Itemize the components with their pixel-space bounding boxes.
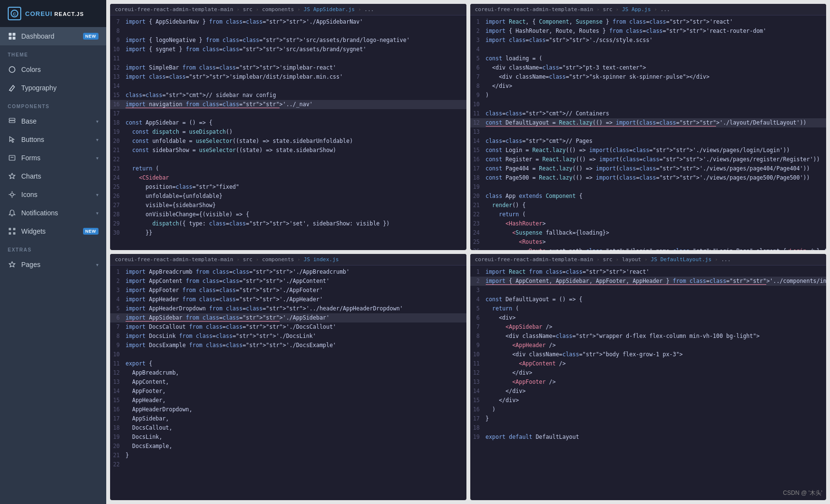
code-line: 21} — [110, 451, 466, 460]
code-line: 12 AppBreadcrumb, — [110, 368, 466, 378]
code-line: 22 — [110, 460, 466, 469]
svg-rect-2 — [9, 33, 12, 36]
line-number: 8 — [470, 82, 486, 90]
code-line: 5const loading = ( — [470, 54, 827, 63]
sidebar-item-base[interactable]: Base ▾ — [0, 112, 106, 130]
line-number: 18 — [470, 174, 486, 182]
sidebar-item-icons[interactable]: Icons ▾ — [0, 185, 106, 204]
line-code: import SimpleBar from class=class="str">… — [126, 64, 463, 72]
code-line: 2import { AppContent, AppSidebar, AppFoo… — [470, 277, 827, 286]
code-line: 5import AppHeaderDropdown from class=cla… — [110, 304, 466, 313]
sidebar-item-pages[interactable]: Pages ▾ — [0, 255, 106, 274]
sidebar-item-colors-label: Colors — [21, 66, 98, 73]
line-code: AppSidebar, — [126, 415, 463, 423]
line-number: 3 — [470, 36, 486, 44]
code-line: 15 AppHeader, — [110, 396, 466, 405]
sidebar-item-widgets[interactable]: Widgets NEW — [0, 222, 106, 240]
line-code: export default DefaultLayout — [486, 433, 823, 441]
line-number: 19 — [110, 128, 126, 136]
code-line: 18 — [470, 423, 827, 433]
code-line: 18const Page500 = React.lazy(() => impor… — [470, 173, 827, 182]
line-code: <div className=class="str">"pt-3 text-ce… — [486, 64, 823, 72]
code-panel-bottom-right: coreui-free-react-admin-template-main › … — [470, 254, 827, 500]
line-code: <AppHeader /> — [486, 341, 823, 350]
line-code: DocsExample, — [126, 442, 463, 450]
line-code: <HashRouter> — [486, 220, 823, 228]
cursor-icon — [8, 135, 16, 144]
line-number: 2 — [470, 27, 486, 35]
code-line: 9) — [470, 91, 827, 100]
line-code: <CSidebar — [126, 174, 463, 182]
line-number: 20 — [470, 192, 486, 200]
code-panel-top-left: coreui-free-react-admin-template-main › … — [110, 4, 466, 250]
sidebar-item-colors[interactable]: Colors — [0, 60, 106, 79]
line-code — [126, 350, 463, 359]
sidebar-item-charts[interactable]: Charts — [0, 167, 106, 185]
bell-icon — [8, 209, 16, 217]
line-number: 24 — [110, 174, 126, 182]
code-body-tl: 7import { AppSidebarNav } from class=cla… — [110, 15, 466, 250]
line-number: 30 — [110, 229, 126, 237]
brand-logo: C — [8, 7, 21, 20]
code-panel-bottom-left-header: coreui-free-react-admin-template-main › … — [110, 254, 466, 266]
sidebar-item-typography[interactable]: Typography — [0, 79, 106, 97]
code-line: 10 <div className=class="str">"body flex… — [470, 350, 827, 359]
line-code: const dispatch = useDispatch() — [126, 128, 463, 136]
code-line: 3 — [470, 286, 827, 295]
sidebar-item-buttons[interactable]: Buttons ▾ — [0, 130, 106, 149]
section-theme-label: THEME — [0, 45, 106, 60]
line-code — [486, 183, 823, 191]
code-line: 19export default DefaultLayout — [470, 433, 827, 442]
sidebar-item-notifications-label: Notifications — [21, 209, 91, 217]
sidebar-item-dashboard-label: Dashboard — [21, 32, 78, 40]
line-number: 16 — [470, 406, 486, 414]
code-line: 19 DocsLink, — [110, 433, 466, 442]
line-code: import AppHeader from class=class="str">… — [126, 295, 463, 304]
line-number: 17 — [110, 110, 126, 118]
code-line: 13 AppContent, — [110, 378, 466, 387]
line-code: position=class="str">"fixed" — [126, 183, 463, 191]
sidebar-item-base-label: Base — [21, 117, 91, 125]
line-code: export { — [126, 360, 463, 368]
line-code — [126, 27, 463, 35]
brand-name: COREUI REACT.JS — [25, 10, 84, 17]
svg-rect-19 — [9, 232, 11, 235]
line-code: AppContent, — [126, 378, 463, 386]
line-code: visible={sidebarShow} — [126, 201, 463, 210]
line-code: const unfoldable = useSelector((state) =… — [126, 137, 463, 145]
main-content: coreui-free-react-admin-template-main › … — [106, 0, 830, 504]
line-code: dispatch({ type: class=class="str">"str"… — [126, 220, 463, 228]
line-number: 17 — [110, 415, 126, 423]
sidebar-item-notifications[interactable]: Notifications ▾ — [0, 204, 106, 222]
line-number: 15 — [110, 396, 126, 405]
line-code: const Page500 = React.lazy(() => import(… — [486, 174, 823, 182]
line-code: const AppSidebar = () => { — [126, 119, 463, 127]
code-panel-bottom-right-header: coreui-free-react-admin-template-main › … — [470, 254, 827, 266]
line-code: </div> — [486, 369, 823, 377]
sidebar-item-dashboard[interactable]: Dashboard NEW — [0, 27, 106, 45]
svg-rect-20 — [13, 232, 15, 235]
line-number: 23 — [110, 165, 126, 173]
line-code: AppFooter, — [126, 387, 463, 395]
line-number: 2 — [470, 277, 486, 285]
code-line: 18const AppSidebar = () => { — [110, 118, 466, 127]
sidebar-item-typography-label: Typography — [21, 84, 98, 92]
code-line: 12 </div> — [470, 368, 827, 378]
code-line: 14 — [110, 82, 466, 91]
sidebar-item-forms[interactable]: Forms ▾ — [0, 149, 106, 167]
code-line: 2import AppContent from class=class="str… — [110, 277, 466, 286]
code-line: 21 render() { — [470, 201, 827, 210]
line-code — [486, 128, 823, 136]
sidebar-item-widgets-label: Widgets — [21, 227, 78, 235]
pages-icon — [8, 260, 16, 269]
line-number: 11 — [110, 55, 126, 63]
pen-icon — [8, 84, 16, 92]
line-code: <div className=class="str">"sk-spinner s… — [486, 73, 823, 81]
line-code: return ( — [486, 210, 823, 219]
line-number: 26 — [470, 247, 486, 250]
code-line: 13 — [470, 127, 827, 137]
code-line: 24 <CSidebar — [110, 173, 466, 182]
line-number: 3 — [110, 286, 126, 294]
line-code — [486, 424, 823, 432]
line-number: 11 — [470, 110, 486, 118]
